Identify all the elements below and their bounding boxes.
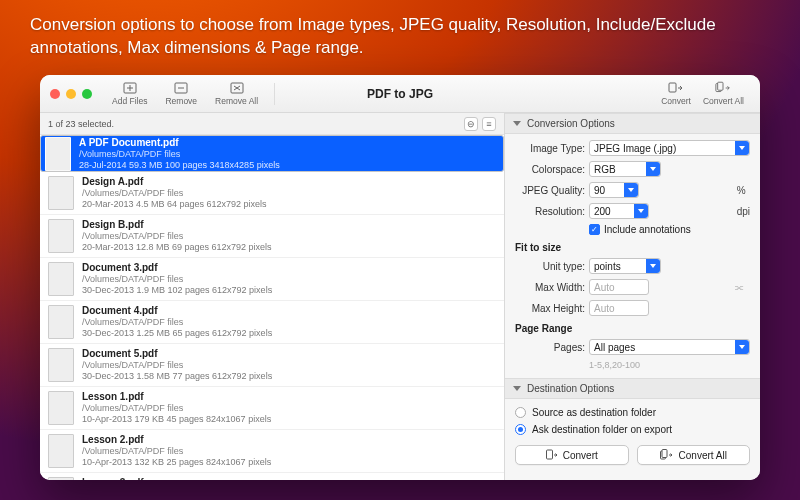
remove-icon	[173, 81, 189, 95]
options-pane: Conversion Options Image Type: JPEG Imag…	[505, 113, 760, 480]
file-name: Lesson 2.pdf	[82, 434, 271, 445]
file-list-header: 1 of 23 selected. ⊖ ≡	[40, 113, 504, 135]
sort-button[interactable]: ⊖	[464, 117, 478, 131]
jpeg-quality-input[interactable]: 90	[589, 182, 639, 198]
include-annotations-checkbox[interactable]: ✓ Include annotations	[589, 224, 750, 235]
resolution-label: Resolution:	[515, 206, 585, 217]
file-name: Lesson 3.pdf	[82, 477, 183, 480]
convert-all-button-label: Convert All	[679, 450, 727, 461]
remove-button[interactable]: Remove	[159, 81, 203, 106]
file-info: 10-Apr-2013 179 KB 45 pages 824x1067 pix…	[82, 414, 271, 424]
svg-rect-6	[546, 450, 552, 459]
add-files-button[interactable]: Add Files	[106, 81, 153, 106]
file-list-row[interactable]: Document 5.pdf/Volumes/DATA/PDF files30-…	[40, 344, 504, 387]
file-list-row[interactable]: Design B.pdf/Volumes/DATA/PDF files20-Ma…	[40, 215, 504, 258]
file-info: 30-Dec-2013 1.9 MB 102 pages 612x792 pix…	[82, 285, 272, 295]
file-info: 10-Apr-2013 132 KB 25 pages 824x1067 pix…	[82, 457, 271, 467]
titlebar: Add Files Remove Remove All PDF to JPG	[40, 75, 760, 113]
image-type-label: Image Type:	[515, 143, 585, 154]
file-thumbnail	[48, 391, 74, 425]
convert-all-button-icon	[660, 449, 674, 461]
dest-ask-radio[interactable]: Ask destination folder on export	[515, 424, 750, 435]
convert-all-icon	[715, 81, 731, 95]
selection-status: 1 of 23 selected.	[48, 119, 114, 129]
file-thumbnail	[48, 219, 74, 253]
convert-toolbar-label: Convert	[661, 96, 691, 106]
file-path: /Volumes/DATA/PDF files	[82, 317, 272, 327]
unit-type-label: Unit type:	[515, 261, 585, 272]
file-list-pane: 1 of 23 selected. ⊖ ≡ A PDF Document.pdf…	[40, 113, 505, 480]
file-name: Design A.pdf	[82, 176, 267, 187]
max-height-label: Max Height:	[515, 303, 585, 314]
link-dimensions-icon[interactable]: ⫘	[734, 282, 750, 293]
file-list-row[interactable]: Design A.pdf/Volumes/DATA/PDF files20-Ma…	[40, 172, 504, 215]
convert-all-button[interactable]: Convert All	[637, 445, 751, 465]
chevron-down-icon	[513, 121, 521, 126]
zoom-window-button[interactable]	[82, 89, 92, 99]
destination-options-form: Source as destination folder Ask destina…	[505, 399, 760, 473]
remove-all-button[interactable]: Remove All	[209, 81, 264, 106]
file-info: 30-Dec-2013 1.25 MB 65 pages 612x792 pix…	[82, 328, 272, 338]
file-list-row[interactable]: Document 3.pdf/Volumes/DATA/PDF files30-…	[40, 258, 504, 301]
file-list[interactable]: A PDF Document.pdf/Volumes/DATA/PDF file…	[40, 135, 504, 480]
file-path: /Volumes/DATA/PDF files	[82, 360, 272, 370]
remove-label: Remove	[165, 96, 197, 106]
max-width-input[interactable]: Auto	[589, 279, 649, 295]
minimize-window-button[interactable]	[66, 89, 76, 99]
jpeg-quality-label: JPEG Quality:	[515, 185, 585, 196]
file-name: A PDF Document.pdf	[79, 137, 280, 148]
file-thumbnail	[48, 262, 74, 296]
file-list-row[interactable]: A PDF Document.pdf/Volumes/DATA/PDF file…	[40, 135, 504, 172]
destination-options-header[interactable]: Destination Options	[505, 378, 760, 399]
close-window-button[interactable]	[50, 89, 60, 99]
file-list-row[interactable]: Lesson 3.pdf/Volumes/DATA/PDF files	[40, 473, 504, 480]
pages-label: Pages:	[515, 342, 585, 353]
remove-all-icon	[229, 81, 245, 95]
max-width-label: Max Width:	[515, 282, 585, 293]
convert-all-toolbar-label: Convert All	[703, 96, 744, 106]
jpeg-quality-suffix: %	[734, 185, 750, 196]
max-height-input[interactable]: Auto	[589, 300, 649, 316]
file-thumbnail	[45, 137, 71, 171]
convert-all-toolbar-button[interactable]: Convert All	[697, 81, 750, 106]
pages-hint: 1-5,8,20-100	[589, 360, 750, 370]
file-path: /Volumes/DATA/PDF files	[82, 403, 271, 413]
svg-rect-8	[662, 450, 667, 458]
file-name: Document 4.pdf	[82, 305, 272, 316]
dest-source-label: Source as destination folder	[532, 407, 656, 418]
colorspace-label: Colorspace:	[515, 164, 585, 175]
page-range-header: Page Range	[515, 323, 750, 334]
file-path: /Volumes/DATA/PDF files	[82, 446, 271, 456]
svg-rect-5	[718, 82, 723, 90]
add-files-label: Add Files	[112, 96, 147, 106]
conversion-options-header[interactable]: Conversion Options	[505, 113, 760, 134]
file-thumbnail	[48, 477, 74, 480]
radio-on-icon	[515, 424, 526, 435]
file-list-row[interactable]: Lesson 1.pdf/Volumes/DATA/PDF files10-Ap…	[40, 387, 504, 430]
image-type-select[interactable]: JPEG Image (.jpg)	[589, 140, 750, 156]
app-window: Add Files Remove Remove All PDF to JPG	[40, 75, 760, 480]
file-list-row[interactable]: Lesson 2.pdf/Volumes/DATA/PDF files10-Ap…	[40, 430, 504, 473]
convert-toolbar-button[interactable]: Convert	[655, 81, 697, 106]
pages-select[interactable]: All pages	[589, 339, 750, 355]
file-name: Lesson 1.pdf	[82, 391, 271, 402]
unit-type-select[interactable]: points	[589, 258, 661, 274]
file-info: 20-Mar-2013 12.8 MB 69 pages 612x792 pix…	[82, 242, 272, 252]
fit-to-size-header: Fit to size	[515, 242, 750, 253]
convert-button-icon	[546, 449, 558, 461]
filter-button[interactable]: ≡	[482, 117, 496, 131]
convert-icon	[668, 81, 684, 95]
file-thumbnail	[48, 348, 74, 382]
svg-rect-3	[669, 83, 676, 92]
file-list-row[interactable]: Document 4.pdf/Volumes/DATA/PDF files30-…	[40, 301, 504, 344]
colorspace-select[interactable]: RGB	[589, 161, 661, 177]
convert-button[interactable]: Convert	[515, 445, 629, 465]
checkbox-on-icon: ✓	[589, 224, 600, 235]
resolution-suffix: dpi	[734, 206, 750, 217]
file-name: Document 3.pdf	[82, 262, 272, 273]
destination-options-title: Destination Options	[527, 383, 614, 394]
dest-source-radio[interactable]: Source as destination folder	[515, 407, 750, 418]
file-info: 30-Dec-2013 1.58 MB 77 pages 612x792 pix…	[82, 371, 272, 381]
resolution-input[interactable]: 200	[589, 203, 649, 219]
file-thumbnail	[48, 434, 74, 468]
